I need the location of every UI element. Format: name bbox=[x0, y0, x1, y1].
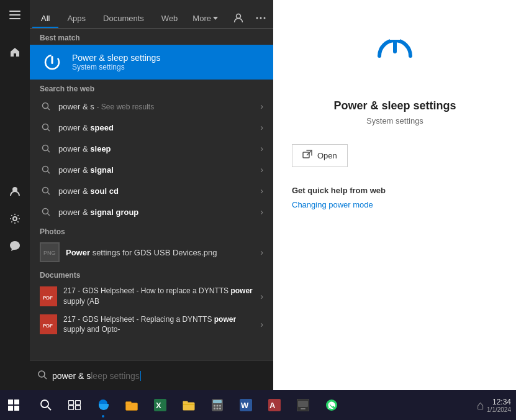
best-match-item[interactable]: Power & sleep settings System settings bbox=[30, 45, 273, 80]
search-icon-5 bbox=[40, 185, 52, 197]
doc-arrow-1: › bbox=[260, 291, 263, 301]
taskbar-apps: X W bbox=[32, 391, 345, 419]
main-content: All Apps Documents Web More bbox=[30, 0, 516, 390]
best-match-text: Power & sleep settings System settings bbox=[72, 53, 263, 71]
home-icon[interactable] bbox=[2, 40, 27, 65]
svg-point-8 bbox=[264, 17, 266, 19]
svg-text:PDF: PDF bbox=[43, 323, 53, 329]
arrow-icon-2: › bbox=[260, 122, 263, 132]
doc-item-2[interactable]: PDF 217 - GDS Helpsheet - Replacing a DY… bbox=[30, 311, 273, 339]
svg-line-22 bbox=[48, 214, 50, 216]
user-icon[interactable] bbox=[229, 8, 248, 28]
svg-rect-35 bbox=[8, 399, 13, 404]
svg-rect-51 bbox=[183, 404, 194, 405]
search-item-text-2: power & speed bbox=[58, 123, 254, 132]
photo-item-1[interactable]: PNG Power settings for GDS USB Devices.p… bbox=[30, 239, 273, 266]
svg-line-16 bbox=[48, 150, 50, 153]
pdf-icon-2: PDF bbox=[40, 314, 57, 334]
search-item-text-5: power & soul cd bbox=[58, 186, 254, 196]
search-item-4[interactable]: power & signal › bbox=[30, 159, 273, 180]
taskbar-search[interactable] bbox=[32, 391, 60, 419]
svg-rect-44 bbox=[76, 406, 81, 410]
arrow-icon-1: › bbox=[260, 101, 263, 111]
taskbar-file-manager[interactable] bbox=[175, 391, 202, 419]
svg-rect-2 bbox=[9, 18, 20, 19]
taskbar-unknown[interactable] bbox=[289, 391, 317, 419]
doc-item-1[interactable]: PDF 217 - GDS Helpsheet - How to replace… bbox=[30, 282, 273, 311]
svg-point-7 bbox=[260, 17, 262, 19]
detail-title: Power & sleep settings bbox=[333, 99, 456, 112]
tab-actions bbox=[229, 8, 271, 28]
search-icon-2 bbox=[40, 121, 52, 134]
search-item-text-6: power & signal group bbox=[58, 208, 254, 217]
taskbar-access[interactable]: A bbox=[261, 391, 288, 419]
tabs-row: All Apps Documents Web More bbox=[30, 0, 273, 29]
svg-point-5 bbox=[237, 14, 241, 19]
svg-point-6 bbox=[256, 17, 258, 19]
tab-documents[interactable]: Documents bbox=[94, 7, 153, 28]
svg-rect-1 bbox=[9, 14, 20, 16]
tab-apps[interactable]: Apps bbox=[58, 7, 94, 28]
power-icon bbox=[40, 50, 65, 75]
taskbar-explorer[interactable] bbox=[118, 391, 145, 419]
search-item-text-1: power & s - See web results bbox=[58, 102, 254, 111]
person-icon[interactable] bbox=[2, 179, 27, 204]
svg-rect-53 bbox=[213, 400, 222, 403]
taskbar-word[interactable]: W bbox=[232, 391, 260, 419]
chevron-down-icon bbox=[213, 17, 218, 20]
taskbar-whatsapp[interactable] bbox=[318, 391, 345, 419]
search-item-text-4: power & signal bbox=[58, 165, 254, 175]
svg-rect-66 bbox=[301, 408, 306, 409]
system-tray: ⌂ bbox=[477, 398, 484, 413]
taskbar-edge[interactable] bbox=[89, 391, 117, 419]
detail-help-link[interactable]: Changing power mode bbox=[292, 200, 373, 209]
search-item-3[interactable]: power & sleep › bbox=[30, 138, 273, 159]
taskbar-excel[interactable]: X bbox=[147, 391, 174, 419]
tab-all[interactable]: All bbox=[32, 7, 58, 28]
svg-rect-33 bbox=[303, 152, 309, 158]
arrow-icon-6: › bbox=[260, 207, 263, 217]
svg-rect-43 bbox=[69, 406, 74, 410]
photo-text-1: Power settings for GDS USB Devices.png bbox=[66, 248, 254, 257]
search-item-6[interactable]: power & signal group › bbox=[30, 201, 273, 222]
tab-more-button[interactable]: More bbox=[186, 7, 224, 28]
search-input[interactable]: power & sleep settings bbox=[52, 371, 266, 381]
tab-web[interactable]: Web bbox=[153, 7, 187, 28]
svg-rect-42 bbox=[76, 401, 81, 405]
search-icon-6 bbox=[40, 206, 52, 218]
svg-text:A: A bbox=[269, 401, 276, 410]
arrow-icon-4: › bbox=[260, 165, 263, 175]
more-options-icon[interactable] bbox=[251, 8, 271, 28]
best-match-subtitle: System settings bbox=[72, 63, 263, 71]
search-bar: power & sleep settings bbox=[30, 360, 273, 390]
detail-help-title: Get quick help from web bbox=[292, 186, 386, 195]
svg-rect-0 bbox=[9, 11, 20, 12]
photo-thumb-1: PNG bbox=[40, 242, 60, 262]
taskbar-task-view[interactable] bbox=[61, 391, 88, 419]
svg-point-59 bbox=[219, 408, 221, 409]
hamburger-menu-icon[interactable] bbox=[2, 2, 27, 27]
svg-point-39 bbox=[41, 400, 48, 408]
search-icon-1 bbox=[40, 100, 52, 112]
arrow-icon-3: › bbox=[260, 144, 263, 153]
search-item-5[interactable]: power & soul cd › bbox=[30, 180, 273, 201]
svg-point-29 bbox=[38, 371, 45, 377]
svg-point-17 bbox=[43, 167, 48, 172]
open-button[interactable]: Open bbox=[292, 144, 348, 167]
search-web-label: Search the web bbox=[30, 80, 273, 96]
search-item-1[interactable]: power & s - See web results › bbox=[30, 96, 273, 117]
detail-panel: Power & sleep settings System settings O… bbox=[273, 0, 516, 390]
pdf-icon-1: PDF bbox=[40, 286, 57, 306]
taskbar: X W bbox=[0, 390, 516, 420]
svg-point-54 bbox=[214, 405, 215, 407]
feedback-icon[interactable] bbox=[2, 234, 27, 258]
photos-label: Photos bbox=[30, 222, 273, 239]
doc-arrow-2: › bbox=[260, 319, 263, 329]
start-button[interactable] bbox=[0, 391, 27, 419]
photo-arrow-1: › bbox=[260, 247, 263, 257]
svg-rect-65 bbox=[298, 401, 308, 407]
settings-icon[interactable] bbox=[2, 206, 27, 231]
search-item-2[interactable]: power & speed › bbox=[30, 117, 273, 138]
best-match-label: Best match bbox=[30, 29, 273, 45]
taskbar-calculator[interactable] bbox=[204, 391, 231, 419]
